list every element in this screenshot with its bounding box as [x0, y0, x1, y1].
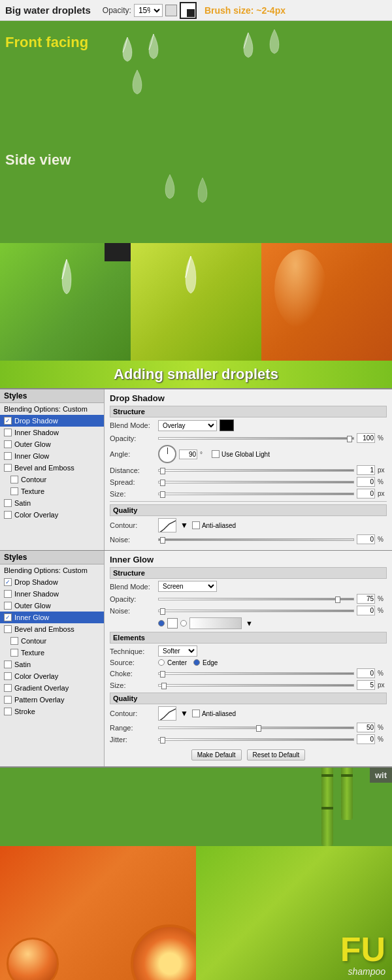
inner-glow-item-1[interactable]: Inner Glow: [0, 450, 104, 462]
outer-glow-checkbox-1[interactable]: [4, 440, 12, 448]
anti-alias-label-1: Anti-aliased: [202, 522, 236, 529]
noise-input-2[interactable]: [357, 606, 375, 615]
divider-1: [110, 501, 387, 502]
noise-label-2: Noise:: [110, 607, 155, 615]
blending-options-item-1[interactable]: Blending Options: Custom: [0, 403, 104, 415]
technique-select[interactable]: Softer Precise: [158, 645, 197, 657]
anti-alias-checkbox-1[interactable]: [192, 521, 200, 529]
blend-color-swatch-1[interactable]: [220, 419, 234, 431]
texture-checkbox-2[interactable]: [10, 649, 18, 657]
inner-glow-checkbox-2[interactable]: [4, 613, 12, 621]
satin-checkbox-2[interactable]: [4, 661, 12, 668]
satin-item-2[interactable]: Satin: [0, 659, 104, 670]
contour-item-1[interactable]: Contour: [0, 474, 104, 485]
source-center-radio[interactable]: [158, 659, 165, 666]
source-edge-radio[interactable]: [193, 659, 200, 666]
brush-icon: [180, 2, 197, 19]
inner-glow-item-2[interactable]: Inner Glow: [0, 612, 104, 623]
noise-slider-1[interactable]: [158, 538, 354, 541]
opacity-slider-container-2: %: [158, 594, 387, 604]
noise-input-1[interactable]: [357, 534, 375, 544]
pattern-overlay-checkbox-2[interactable]: [4, 696, 12, 704]
bevel-emboss-item-2[interactable]: Bevel and Emboss: [0, 623, 104, 635]
size-slider-thumb-2: [161, 683, 167, 689]
bevel-emboss-checkbox-1[interactable]: [4, 464, 12, 472]
color-radio[interactable]: [158, 620, 165, 627]
opacity-input-2[interactable]: [357, 594, 375, 604]
spread-input-1[interactable]: [357, 477, 375, 487]
color-overlay-item-1[interactable]: Color Overlay: [0, 509, 104, 521]
contour-checkbox-1[interactable]: [10, 476, 18, 483]
inner-shadow-checkbox-1[interactable]: [4, 429, 12, 436]
contour-preview-1[interactable]: [158, 518, 176, 532]
gradient-bar-ig[interactable]: [189, 617, 242, 629]
range-slider[interactable]: [158, 727, 354, 729]
pattern-overlay-item-2[interactable]: Pattern Overlay: [0, 694, 104, 706]
size-input-2[interactable]: [357, 680, 375, 690]
texture-checkbox-1[interactable]: [10, 487, 18, 495]
contour-dropdown-arrow-2[interactable]: ▼: [180, 709, 188, 718]
make-default-button[interactable]: Make Default: [191, 749, 242, 760]
outer-glow-item-2[interactable]: Outer Glow: [0, 600, 104, 612]
inner-glow-checkbox-1[interactable]: [4, 452, 12, 460]
color-overlay-checkbox-2[interactable]: [4, 672, 12, 680]
spread-slider-1[interactable]: [158, 481, 354, 483]
range-slider-container: %: [158, 723, 387, 732]
choke-slider[interactable]: [158, 672, 354, 675]
inner-shadow-item-1[interactable]: Inner Shadow: [0, 427, 104, 438]
reset-default-button[interactable]: Reset to Default: [247, 749, 306, 760]
outer-glow-checkbox-2[interactable]: [4, 602, 12, 610]
distance-input-1[interactable]: [357, 465, 375, 475]
angle-input-1[interactable]: [179, 449, 197, 459]
checkbox-icon[interactable]: [165, 5, 177, 16]
opacity-row-1: Opacity: %: [110, 433, 387, 443]
bevel-emboss-checkbox-2[interactable]: [4, 625, 12, 633]
range-input[interactable]: [357, 723, 375, 732]
opacity-select[interactable]: 15% 25% 50% 100%: [134, 4, 163, 17]
gradient-overlay-checkbox-2[interactable]: [4, 684, 12, 692]
bevel-emboss-item-1[interactable]: Bevel and Emboss: [0, 462, 104, 474]
contour-dropdown-arrow-1[interactable]: ▼: [180, 521, 188, 530]
opacity-input-1[interactable]: [357, 433, 375, 443]
opacity-slider-1[interactable]: [158, 437, 354, 440]
satin-checkbox-1[interactable]: [4, 499, 12, 507]
angle-dial-1[interactable]: [158, 445, 176, 463]
satin-item-1[interactable]: Satin: [0, 497, 104, 509]
anti-alias-checkbox-2[interactable]: [192, 710, 200, 717]
global-light-checkbox-1[interactable]: [212, 450, 220, 458]
size-slider-2[interactable]: [158, 684, 354, 687]
distance-slider-1[interactable]: [158, 469, 354, 472]
texture-item-1[interactable]: Texture: [0, 485, 104, 497]
color-swatch-ig[interactable]: [167, 618, 178, 629]
blend-mode-select-2[interactable]: Screen Normal Overlay: [158, 581, 217, 592]
drop-shadow-main-panel: Drop Shadow Structure Blend Mode: Overla…: [105, 389, 392, 550]
color-overlay-checkbox-1[interactable]: [4, 511, 12, 519]
choke-input[interactable]: [357, 668, 375, 678]
noise-slider-2[interactable]: [158, 610, 354, 612]
gradient-radio[interactable]: [180, 620, 187, 627]
jitter-input[interactable]: [357, 734, 375, 744]
size-input-1[interactable]: [357, 489, 375, 498]
inner-shadow-item-2[interactable]: Inner Shadow: [0, 588, 104, 600]
jitter-slider[interactable]: [158, 738, 354, 741]
inner-shadow-checkbox-2[interactable]: [4, 590, 12, 598]
texture-item-2[interactable]: Texture: [0, 647, 104, 659]
gradient-overlay-item-2[interactable]: Gradient Overlay: [0, 682, 104, 694]
blending-options-item-2[interactable]: Blending Options: Custom: [0, 564, 104, 576]
contour-item-2[interactable]: Contour: [0, 635, 104, 647]
stroke-item-2[interactable]: Stroke: [0, 706, 104, 717]
outer-glow-item-1[interactable]: Outer Glow: [0, 438, 104, 450]
drop-shadow-item-2[interactable]: Drop Shadow: [0, 576, 104, 588]
contour-preview-2[interactable]: [158, 706, 176, 721]
drop-shadow-checkbox-1[interactable]: [4, 417, 12, 425]
color-overlay-item-2[interactable]: Color Overlay: [0, 670, 104, 682]
contour-checkbox-2[interactable]: [10, 637, 18, 645]
drop-shadow-item-1[interactable]: Drop Shadow: [0, 415, 104, 427]
opacity-slider-2[interactable]: [158, 598, 354, 600]
blend-mode-select-1[interactable]: Overlay Normal Multiply: [158, 420, 217, 431]
drop-shadow-checkbox-2[interactable]: [4, 578, 12, 586]
gradient-dropdown-ig[interactable]: ▼: [246, 619, 253, 627]
quality-label-1: Quality: [110, 504, 387, 516]
stroke-checkbox-2[interactable]: [4, 708, 12, 715]
size-slider-1[interactable]: [158, 493, 354, 495]
